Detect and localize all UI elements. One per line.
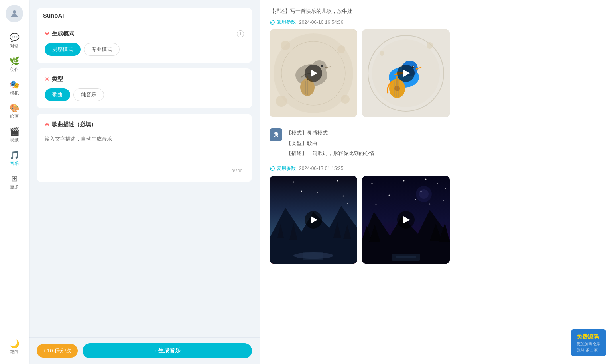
reuse-btn-2[interactable]: 复用参数 (270, 165, 296, 172)
info-icon-mode[interactable]: i (237, 30, 244, 37)
type-buttons: 歌曲 纯音乐 (45, 88, 244, 101)
play-btn-night2[interactable] (397, 211, 415, 229)
section-title-type: ✳ 类型 (45, 76, 244, 83)
btn-song[interactable]: 歌曲 (45, 88, 70, 101)
btn-inspiration-mode[interactable]: 灵感模式 (45, 43, 81, 56)
btn-instrumental[interactable]: 纯音乐 (73, 88, 104, 101)
app-title: SunoAI (43, 12, 64, 19)
svg-point-65 (389, 194, 390, 196)
svg-point-73 (397, 202, 398, 202)
svg-point-69 (433, 192, 433, 193)
message-meta-2: 【模式】灵感模式 【类型】歌曲 【描述】一句歌词，形容你此刻的心情 (286, 128, 374, 159)
svg-point-78 (419, 189, 429, 199)
timestamp-1: 2024-06-16 16:54:36 (299, 20, 343, 25)
svg-point-63 (445, 188, 446, 189)
svg-point-42 (317, 192, 318, 193)
bottom-bar: ♪ 10 积分/次 ♪ 生成音乐 (29, 337, 260, 364)
sidebar-item-video[interactable]: 🎬 视频 (0, 123, 29, 147)
reuse-btn-1[interactable]: 复用参数 (270, 19, 296, 25)
message-line-desc: 【描述】一句歌词，形容你此刻的心情 (286, 149, 374, 158)
sidebar-label-chat: 对话 (10, 43, 19, 49)
sidebar-item-more[interactable]: ⊞ 更多 (0, 170, 29, 194)
svg-point-56 (372, 182, 373, 184)
images-row-1 (270, 29, 604, 117)
svg-point-38 (337, 180, 338, 181)
images-row-2 (270, 176, 604, 264)
svg-point-32 (380, 51, 384, 56)
image-thumb-night2[interactable] (362, 176, 450, 264)
sidebar-label-simulate: 模拟 (10, 90, 19, 96)
music-icon: 🎵 (10, 151, 20, 159)
sidebar-item-music[interactable]: 🎵 音乐 (0, 147, 29, 170)
play-btn-bird2[interactable] (397, 65, 415, 82)
svg-point-34 (281, 184, 282, 184)
user-message-row: 我 【模式】灵感模式 【类型】歌曲 【描述】一句歌词，形容你此刻的心情 (270, 128, 604, 162)
more-icon: ⊞ (11, 174, 18, 182)
description-section: ✳ 歌曲描述（必填） 0/200 (37, 114, 252, 182)
svg-point-66 (398, 190, 399, 190)
svg-point-15 (276, 96, 287, 107)
svg-point-13 (281, 41, 290, 50)
svg-point-61 (425, 178, 427, 180)
svg-point-0 (13, 10, 16, 14)
svg-point-41 (301, 190, 302, 192)
svg-point-60 (413, 184, 414, 184)
chat-icon: 💬 (10, 33, 20, 41)
svg-point-59 (403, 180, 405, 181)
sidebar-label-more: 更多 (10, 184, 19, 190)
svg-point-57 (382, 179, 382, 180)
meta-row-1: 复用参数 2024-06-16 16:54:36 (270, 19, 604, 25)
svg-point-43 (331, 190, 332, 190)
svg-point-58 (392, 184, 392, 185)
svg-point-40 (287, 194, 288, 194)
svg-point-44 (343, 195, 344, 196)
sidebar-label-music: 音乐 (10, 160, 19, 166)
svg-point-70 (441, 198, 442, 198)
main-content: SunoAI ✳ 生成模式 i 灵感模式 专业模式 ✳ 类型 (29, 0, 614, 364)
sidebar-label-create: 创作 (10, 67, 19, 72)
sidebar-item-create[interactable]: 🌿 创作 (0, 53, 29, 76)
sidebar-item-simulate[interactable]: 🎭 模拟 (0, 76, 29, 100)
message-description-1: 【描述】写一首快乐的儿歌，放牛娃 (270, 6, 604, 16)
message-block-1: 【描述】写一首快乐的儿歌，放牛娃 复用参数 2024-06-16 16:54:3… (270, 6, 604, 117)
image-thumb-night1[interactable] (270, 176, 357, 264)
meta-row-2: 复用参数 2024-06-17 01:15:25 (270, 165, 604, 172)
svg-point-76 (443, 200, 444, 201)
svg-point-71 (368, 200, 368, 200)
description-textarea[interactable] (45, 134, 244, 174)
sidebar-label-draw: 绘画 (10, 114, 19, 119)
app-header: SunoAI (37, 8, 252, 23)
svg-point-31 (427, 42, 433, 49)
image-thumb-bird1[interactable] (270, 29, 357, 117)
generation-mode-section: ✳ 生成模式 i 灵感模式 专业模式 (37, 23, 252, 63)
sidebar-item-draw[interactable]: 🎨 绘画 (0, 100, 29, 123)
sidebar-label-video: 视频 (10, 137, 19, 143)
type-section: ✳ 类型 歌曲 纯音乐 (37, 68, 252, 108)
svg-point-36 (309, 180, 310, 180)
cost-badge: ♪ 10 积分/次 (37, 344, 78, 358)
svg-point-74 (415, 199, 416, 200)
btn-professional-mode[interactable]: 专业模式 (84, 43, 120, 56)
image-thumb-bird2[interactable] (362, 29, 450, 117)
sidebar-item-night[interactable]: 🌙 夜间 (0, 336, 29, 359)
sidebar-item-chat[interactable]: 💬 对话 (0, 29, 29, 53)
play-btn-bird1[interactable] (305, 65, 322, 82)
svg-point-24 (413, 66, 414, 67)
svg-point-14 (337, 45, 345, 53)
generate-button[interactable]: ♪ 生成音乐 (83, 343, 252, 358)
svg-point-46 (291, 204, 292, 204)
svg-point-47 (347, 203, 348, 204)
svg-rect-54 (303, 252, 323, 260)
simulate-icon: 🎭 (10, 80, 20, 88)
message-meta-1: 【描述】写一首快乐的儿歌，放牛娃 (270, 6, 604, 16)
left-panel: SunoAI ✳ 生成模式 i 灵感模式 专业模式 ✳ 类型 (29, 0, 260, 364)
timestamp-2: 2024-06-17 01:15:25 (299, 166, 343, 171)
svg-point-75 (429, 203, 431, 204)
char-count: 0/200 (231, 168, 242, 173)
right-panel: 【描述】写一首快乐的儿歌，放牛娃 复用参数 2024-06-16 16:54:3… (260, 0, 614, 364)
play-btn-night1[interactable] (305, 211, 322, 229)
svg-point-37 (325, 186, 326, 186)
svg-point-64 (378, 192, 378, 192)
sidebar-label-night: 夜间 (10, 349, 19, 355)
svg-point-72 (376, 204, 377, 205)
